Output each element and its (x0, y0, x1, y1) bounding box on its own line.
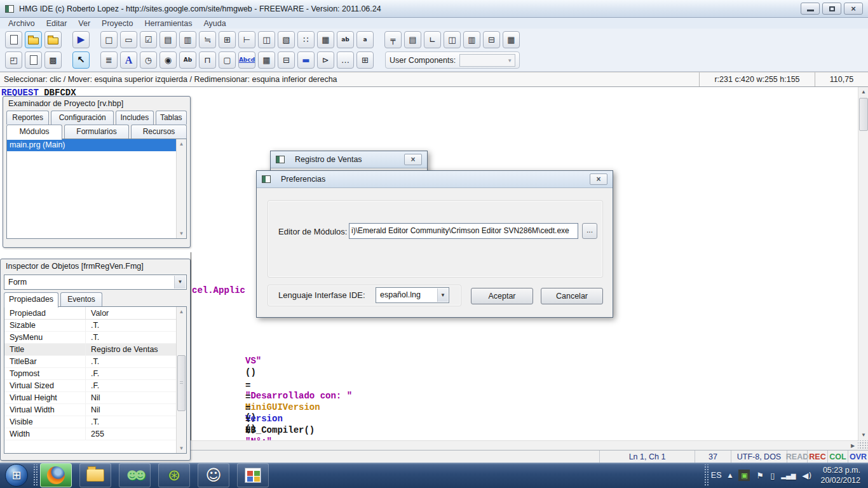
tray-app-icon[interactable]: ▣ (738, 470, 750, 481)
network-signal-icon[interactable]: ▂▄▆ (781, 472, 796, 479)
language-indicator[interactable]: ES (711, 471, 722, 480)
data-grid-button[interactable]: ⊞ (356, 51, 374, 69)
checkbutton-control-button[interactable]: ∷ (297, 31, 315, 48)
tab-configuracion[interactable]: Configuración (51, 111, 114, 125)
dots-button[interactable]: … (337, 51, 354, 69)
preferences-title-bar[interactable]: Preferencias × (257, 171, 613, 188)
editbox-control-button[interactable]: a (356, 31, 374, 48)
progressbar-button[interactable]: ▬ (297, 51, 315, 69)
modules-list-scrollbar[interactable]: ▲ ▼ (176, 139, 186, 238)
spinner-control-button[interactable]: ◫ (258, 31, 275, 48)
panel-control-button[interactable]: ▥ (463, 31, 480, 48)
library-button[interactable]: ≣ (100, 51, 118, 69)
image-control-button[interactable]: ▧ (278, 31, 295, 48)
chevron-up-icon[interactable]: ▲ (728, 472, 733, 478)
taskbar-clock[interactable]: 05:23 p.m. 20/02/2012 (820, 465, 860, 485)
checkbox-control-button[interactable]: ☑ (140, 31, 157, 48)
font-button[interactable]: A (120, 51, 137, 69)
property-row[interactable]: Width 255 (4, 428, 176, 440)
statusbar-control-button[interactable]: ∟ (424, 31, 441, 48)
combo-list-control-button[interactable]: ⊟ (483, 31, 500, 48)
label-control-button[interactable]: Ab (179, 51, 196, 69)
tree-control-button[interactable]: ╤ (384, 31, 402, 48)
tab-includes[interactable]: Includes (116, 111, 153, 125)
hyperlink-button[interactable]: Abcd (238, 51, 255, 69)
calendar-button[interactable]: ▦ (258, 51, 275, 69)
scroll-up-icon[interactable]: ▲ (177, 307, 186, 316)
textbox-control-button[interactable]: ab (337, 31, 354, 48)
language-combobox[interactable]: español.lng ▼ (376, 287, 449, 303)
scroll-down-icon[interactable]: ▼ (177, 229, 186, 238)
scroll-down-icon[interactable]: ▼ (177, 444, 186, 453)
tab-formularios[interactable]: Formularios (64, 125, 129, 139)
tab-propiedades[interactable]: Propiedades (4, 292, 58, 308)
tab-tablas[interactable]: Tablas (156, 111, 187, 125)
combobox-control-button[interactable]: ▥ (179, 31, 196, 48)
resize-grip[interactable] (858, 440, 868, 450)
properties-scrollbar[interactable]: ▲ ▼ (176, 307, 186, 453)
menu-item[interactable]: Editar (41, 19, 73, 28)
property-row[interactable]: Topmost .F. (4, 368, 176, 380)
preferences-close-button[interactable]: × (590, 173, 607, 185)
splitter-control-button[interactable]: ≒ (199, 31, 216, 48)
grid-control-button[interactable]: ⊞ (219, 31, 236, 48)
speaker-icon[interactable]: ◀) (802, 471, 811, 480)
properties-scroll-thumb[interactable] (177, 355, 186, 411)
minimize-button[interactable] (801, 3, 820, 15)
tab-eventos[interactable]: Eventos (60, 292, 102, 306)
modules-list[interactable]: main.prg (Main) ▲ ▼ (6, 139, 187, 239)
battery-icon[interactable]: ▯ (770, 471, 775, 480)
property-row[interactable]: Sizable .T. (4, 320, 176, 332)
chevron-down-icon[interactable]: ▼ (174, 276, 186, 288)
property-row[interactable]: Virtual Width Nil (4, 404, 176, 416)
window-control-button[interactable]: □ (100, 31, 118, 48)
button-control-button[interactable]: ▭ (120, 31, 137, 48)
browse-button[interactable]: ... (582, 223, 597, 239)
menu-item[interactable]: Ayuda (198, 19, 231, 28)
report-button[interactable] (25, 51, 42, 69)
menu-item[interactable]: Ver (72, 19, 96, 28)
tab-page-button[interactable]: ⊓ (199, 51, 216, 69)
module-editor-path-input[interactable]: i)\Emerald Editor Community\Crimson Edit… (349, 223, 578, 239)
media-button[interactable]: ⊳ (317, 51, 334, 69)
tab-reportes[interactable]: Reportes (6, 111, 49, 125)
list-item-selected[interactable]: main.prg (Main) (7, 139, 176, 151)
listbox-control-button[interactable]: ▤ (159, 31, 177, 48)
tray-grip[interactable] (703, 464, 709, 486)
cancel-button[interactable]: Cancelar (541, 288, 603, 304)
regven-title-bar[interactable]: Registro de Ventas × (271, 151, 427, 168)
scroll-right-icon[interactable]: ▶ (848, 441, 858, 451)
form-window-button[interactable]: ◰ (5, 51, 22, 69)
notes-button[interactable]: ▢ (219, 51, 236, 69)
slider-control-button[interactable]: ⊢ (238, 31, 255, 48)
taskbar-messenger-button[interactable]: ☻☻ (119, 463, 151, 487)
object-selector-combobox[interactable]: Form ▼ (4, 274, 187, 290)
scroll-up-icon[interactable]: ▲ (858, 87, 868, 97)
property-row[interactable]: Title Registro de Ventas (4, 344, 176, 356)
tab-recursos[interactable]: Recursos (131, 125, 187, 139)
taskbar-cartoon-button[interactable]: ☺ (198, 463, 229, 487)
browse-control-button[interactable]: ▦ (503, 31, 520, 48)
taskbar-explorer-button[interactable] (79, 463, 111, 487)
taskbar-firefox-button[interactable] (40, 463, 72, 487)
property-row[interactable]: Visible .T. (4, 416, 176, 428)
menu-item[interactable]: Proyecto (96, 19, 139, 28)
scroll-down-icon[interactable]: ▼ (858, 430, 868, 440)
tab-modulos[interactable]: Módulos (6, 125, 62, 140)
chevron-down-icon[interactable]: ▼ (437, 288, 448, 302)
radio-control-button[interactable]: ◉ (159, 51, 177, 69)
accept-button[interactable]: Aceptar (471, 288, 533, 304)
vertical-scrollbar[interactable]: ▲ ▼ (858, 87, 868, 440)
timer-button[interactable]: ◷ (140, 51, 157, 69)
vertical-scroll-thumb[interactable] (859, 98, 868, 131)
monthcal-control-button[interactable]: ▦ (317, 31, 334, 48)
property-row[interactable]: Virtual Sized .F. (4, 380, 176, 392)
run-button[interactable]: ▶ (72, 31, 90, 48)
checklist-button[interactable]: ⊟ (278, 51, 295, 69)
menu-item[interactable]: Archivo (3, 19, 41, 28)
richedit-control-button[interactable]: ▤ (404, 31, 421, 48)
regven-close-button[interactable]: × (404, 154, 422, 165)
scroll-up-icon[interactable]: ▲ (177, 139, 186, 149)
action-center-flag-icon[interactable]: ⚑ (756, 471, 764, 480)
select-cursor-button[interactable]: ↖ (72, 51, 90, 69)
